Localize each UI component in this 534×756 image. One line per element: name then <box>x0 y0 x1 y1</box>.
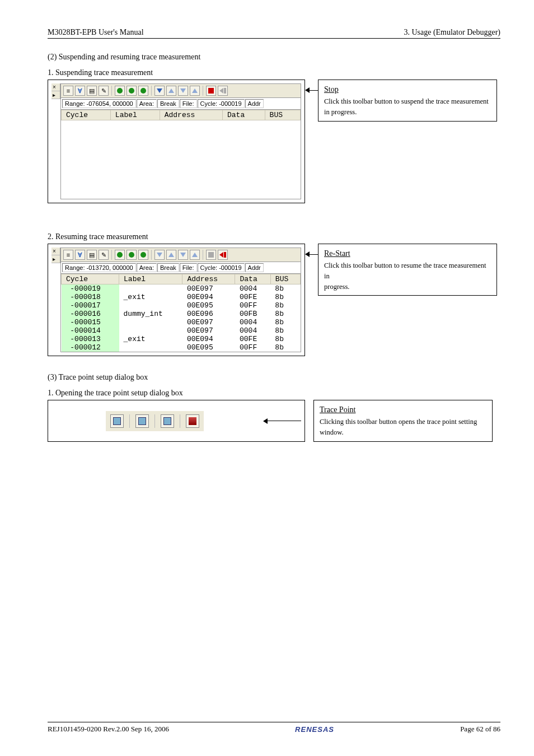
cell-label <box>119 326 182 335</box>
cell-bus: 8b <box>270 284 300 293</box>
cell-cycle: -000015 <box>62 318 119 326</box>
col-bus[interactable]: BUS <box>265 110 300 120</box>
range-field: Range: -013720, 000000 <box>62 263 136 272</box>
find-prev-icon[interactable] <box>138 250 148 260</box>
tracepoint-body-1: Clicking this toolbar button opens the t… <box>320 417 486 427</box>
col-address[interactable]: Address <box>182 274 235 284</box>
pointer-arrow-icon <box>305 87 310 93</box>
cell-bus: 8b <box>270 301 300 310</box>
nav-down-icon[interactable] <box>154 250 165 260</box>
col-address[interactable]: Address <box>160 110 222 120</box>
col-data[interactable]: Data <box>235 274 270 284</box>
nav-up-icon[interactable] <box>166 86 176 96</box>
page-icon[interactable]: ▤ <box>87 86 97 96</box>
restart-body-2: progress. <box>324 282 491 292</box>
find-next-icon[interactable] <box>127 86 137 96</box>
toolbar-separator <box>129 414 130 428</box>
break-field: Break <box>157 263 179 272</box>
range-field: Range: -076054, 000000 <box>62 99 136 108</box>
filter-icon[interactable]: ∀ <box>75 86 85 96</box>
nav-up2-icon[interactable] <box>190 86 200 96</box>
trace-info-row: Range: -013720, 000000 Area: Break File:… <box>60 262 301 274</box>
tp-window1-icon[interactable] <box>110 414 124 428</box>
col-label[interactable]: Label <box>119 274 182 284</box>
pin-icon[interactable]: ▸ <box>51 255 60 263</box>
nav-down2-icon[interactable] <box>178 250 188 260</box>
pointer-arrow-icon <box>263 418 268 424</box>
trace-info-row: Range: -076054, 000000 Area: Break File:… <box>60 98 301 110</box>
cell-address: 00E095 <box>182 301 235 310</box>
tracepoint-block: Trace Point Clicking this toolbar button… <box>48 400 500 442</box>
col-bus[interactable]: BUS <box>270 274 300 284</box>
restart-button[interactable] <box>218 86 228 96</box>
cell-data: 0004 <box>235 318 270 326</box>
edit-icon[interactable]: ✎ <box>99 250 109 260</box>
sub-3-1-title: 1. Opening the trace point setup dialog … <box>48 389 500 398</box>
nav-up-icon[interactable] <box>166 250 176 260</box>
cycle-field: Cycle: -000019 <box>198 99 245 108</box>
nav-down2-icon[interactable] <box>178 86 188 96</box>
header-right: 3. Usage (Emulator Debugger) <box>404 28 500 37</box>
restart-title: Re-Start <box>324 248 491 259</box>
page-footer: REJ10J1459-0200 Rev.2.00 Sep 16, 2006 RE… <box>48 722 500 734</box>
table-row[interactable]: -000015 00E09700048b <box>62 318 301 326</box>
table-row[interactable]: -000012 00E09500FF8b <box>62 343 301 352</box>
trace-point-button[interactable] <box>186 414 199 428</box>
resume-block: × ▸ ≡ ∀ ▤ ✎ <box>48 244 500 356</box>
footer-left: REJ10J1459-0200 Rev.2.00 Sep 16, 2006 <box>48 725 169 734</box>
table-row[interactable]: -000014 00E09700048b <box>62 326 301 335</box>
col-label[interactable]: Label <box>110 110 160 120</box>
trace-toolbar: ≡ ∀ ▤ ✎ <box>60 248 301 262</box>
view-mode-icon[interactable]: ≡ <box>63 250 73 260</box>
cell-data: 00FF <box>235 343 270 352</box>
page-icon[interactable]: ▤ <box>87 250 97 260</box>
toolbar-separator <box>203 86 203 96</box>
header-left: M3028BT-EPB User's Manual <box>48 28 144 37</box>
col-cycle[interactable]: Cycle <box>62 110 111 120</box>
find-icon[interactable] <box>115 250 125 260</box>
trace-table-empty: Cycle Label Address Data BUS <box>60 110 301 199</box>
cell-label <box>119 284 182 293</box>
filter-icon[interactable]: ∀ <box>75 250 85 260</box>
stop-button[interactable] <box>206 86 216 96</box>
cell-bus: 8b <box>270 318 300 326</box>
find-icon[interactable] <box>115 86 125 96</box>
view-mode-icon[interactable]: ≡ <box>63 86 73 96</box>
restart-button[interactable] <box>218 250 228 260</box>
table-row[interactable]: -000013_exit 00E09400FE8b <box>62 335 301 343</box>
edit-icon[interactable]: ✎ <box>99 86 109 96</box>
toolbar-separator <box>154 414 155 428</box>
tp-window3-icon[interactable] <box>161 414 174 428</box>
cell-address: 00E097 <box>182 326 235 335</box>
dock-bar[interactable]: × ▸ <box>51 248 60 263</box>
find-next-icon[interactable] <box>127 250 137 260</box>
col-data[interactable]: Data <box>222 110 265 120</box>
nav-down-icon[interactable] <box>154 86 165 96</box>
section-2-title: (2) Suspending and resuming trace measur… <box>48 53 500 62</box>
close-x-icon[interactable]: × <box>51 83 60 91</box>
col-cycle[interactable]: Cycle <box>62 274 119 284</box>
file-field: File: <box>180 263 197 272</box>
close-x-icon[interactable]: × <box>51 248 60 255</box>
dock-bar[interactable]: × ▸ <box>51 83 60 99</box>
find-prev-icon[interactable] <box>138 86 148 96</box>
table-row[interactable]: -000016dummy_int00E09600FB8b <box>62 310 301 318</box>
table-row[interactable]: -000019 00E09700048b <box>62 284 301 293</box>
toolbar-separator <box>180 414 180 428</box>
nav-up2-icon[interactable] <box>190 250 200 260</box>
tracepoint-toolbar-box <box>48 400 305 442</box>
cell-cycle: -000013 <box>62 335 119 343</box>
stop-body-2: in progress. <box>324 107 491 118</box>
table-row[interactable]: -000017 00E09500FF8b <box>62 301 301 310</box>
toolbar-separator <box>151 250 152 260</box>
table-row[interactable]: -000018_exit 00E09400FE8b <box>62 293 301 301</box>
stop-button-disabled[interactable] <box>206 250 216 260</box>
cell-label: _exit <box>119 293 182 301</box>
cell-cycle: -000018 <box>62 293 119 301</box>
pin-icon[interactable]: ▸ <box>51 91 60 99</box>
sub-1-title: 1. Suspending trace measurement <box>48 68 500 77</box>
tp-window2-icon[interactable] <box>135 414 149 428</box>
cell-label <box>119 343 182 352</box>
cell-cycle: -000012 <box>62 343 119 352</box>
cell-bus: 8b <box>270 335 300 343</box>
